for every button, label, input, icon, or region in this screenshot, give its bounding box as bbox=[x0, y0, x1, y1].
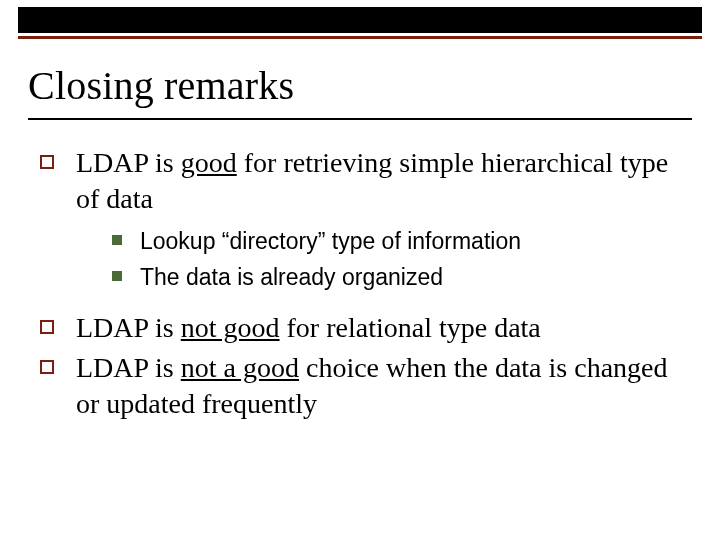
bullet-text: LDAP is good for retrieving simple hiera… bbox=[76, 145, 686, 217]
text-segment: for relational type data bbox=[280, 312, 541, 343]
hollow-square-icon bbox=[40, 320, 54, 334]
bullet-text: LDAP is not a good choice when the data … bbox=[76, 350, 686, 422]
text-segment: LDAP is bbox=[76, 147, 181, 178]
text-underline: not good bbox=[181, 312, 280, 343]
bullet-level1: LDAP is good for retrieving simple hiera… bbox=[34, 145, 686, 217]
sub-bullets: Lookup “directory” type of information T… bbox=[106, 227, 686, 293]
sub-bullet-text: Lookup “directory” type of information bbox=[140, 227, 521, 257]
bullet-text: LDAP is not good for relational type dat… bbox=[76, 310, 541, 346]
bullet-level2: The data is already organized bbox=[106, 263, 686, 293]
header-band bbox=[18, 7, 702, 33]
hollow-square-icon bbox=[40, 360, 54, 374]
bullet-level1: LDAP is not good for relational type dat… bbox=[34, 310, 686, 346]
text-underline: not a good bbox=[181, 352, 299, 383]
solid-square-icon bbox=[112, 271, 122, 281]
solid-square-icon bbox=[112, 235, 122, 245]
slide-title: Closing remarks bbox=[28, 62, 692, 109]
text-segment: LDAP is bbox=[76, 312, 181, 343]
bullet-level2: Lookup “directory” type of information bbox=[106, 227, 686, 257]
text-segment: LDAP is bbox=[76, 352, 181, 383]
title-underline bbox=[28, 118, 692, 120]
slide: Closing remarks LDAP is good for retriev… bbox=[0, 0, 720, 540]
slide-body: LDAP is good for retrieving simple hiera… bbox=[34, 145, 686, 426]
text-underline: good bbox=[181, 147, 237, 178]
hollow-square-icon bbox=[40, 155, 54, 169]
sub-bullet-text: The data is already organized bbox=[140, 263, 443, 293]
bullet-level1: LDAP is not a good choice when the data … bbox=[34, 350, 686, 422]
header-accent-line bbox=[18, 36, 702, 39]
